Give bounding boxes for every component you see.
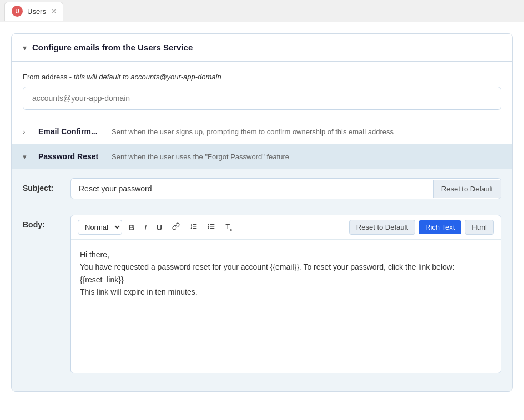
unordered-list-button[interactable] bbox=[204, 220, 219, 234]
subject-input-wrapper: Reset to Default bbox=[70, 178, 501, 199]
tab-close-icon[interactable]: × bbox=[52, 7, 56, 16]
from-address-input[interactable] bbox=[23, 87, 501, 110]
body-label: Body: bbox=[23, 215, 62, 229]
link-button[interactable] bbox=[169, 220, 183, 234]
email-confirmation-chevron-icon: › bbox=[23, 128, 32, 136]
password-reset-expanded: Subject: Reset to Default Body: bbox=[12, 169, 512, 391]
from-address-section: From address - this will default to acco… bbox=[12, 62, 512, 119]
tab-avatar: U bbox=[12, 6, 23, 17]
email-confirmation-desc: Sent when the user signs up, prompting t… bbox=[112, 128, 394, 136]
users-tab[interactable]: U Users × bbox=[4, 2, 63, 21]
app-container: U Users × ▾ Configure emails from the Us… bbox=[0, 0, 524, 420]
section-chevron-icon: ▾ bbox=[23, 43, 27, 52]
tab-bar: U Users × bbox=[0, 0, 524, 22]
body-line-3: {{reset_link}} bbox=[80, 274, 492, 286]
svg-point-6 bbox=[208, 224, 209, 225]
email-list: › Email Confirm... Sent when the user si… bbox=[12, 119, 512, 391]
section-header[interactable]: ▾ Configure emails from the Users Servic… bbox=[12, 34, 512, 62]
body-field-wrapper: Normal B I U bbox=[70, 215, 501, 373]
svg-point-8 bbox=[208, 228, 209, 229]
password-reset-title: Password Reset bbox=[38, 152, 105, 161]
ordered-list-button[interactable] bbox=[187, 220, 201, 234]
section-card: ▾ Configure emails from the Users Servic… bbox=[11, 33, 513, 392]
email-confirmation-title: Email Confirm... bbox=[38, 127, 105, 136]
format-select[interactable]: Normal bbox=[78, 220, 122, 235]
link-icon bbox=[172, 222, 180, 230]
body-line-1: Hi there, bbox=[80, 249, 492, 261]
underline-button[interactable]: U bbox=[153, 221, 165, 234]
from-address-label: From address - this will default to acco… bbox=[23, 73, 501, 81]
html-button[interactable]: Html bbox=[465, 220, 494, 235]
body-field-row: Body: Normal B I U bbox=[23, 206, 501, 380]
subject-field-row: Subject: Reset to Default bbox=[23, 169, 501, 206]
rich-text-button[interactable]: Rich Text bbox=[419, 220, 461, 234]
tab-label: Users bbox=[27, 7, 46, 16]
password-reset-chevron-icon: ▾ bbox=[23, 153, 32, 161]
subject-input[interactable] bbox=[71, 179, 433, 199]
svg-point-7 bbox=[208, 226, 209, 226]
subject-label: Subject: bbox=[23, 178, 62, 193]
unordered-list-icon bbox=[208, 222, 215, 230]
body-line-4: This link will expire in ten minutes. bbox=[80, 286, 492, 298]
ordered-list-icon bbox=[190, 222, 198, 230]
password-reset-desc: Sent when the user uses the "Forgot Pass… bbox=[112, 153, 289, 161]
subject-reset-button[interactable]: Reset to Default bbox=[433, 180, 501, 198]
bold-button[interactable]: B bbox=[125, 221, 138, 234]
email-confirmation-row[interactable]: › Email Confirm... Sent when the user si… bbox=[12, 119, 512, 144]
body-content[interactable]: Hi there, You have requested a password … bbox=[71, 240, 501, 373]
main-content: ▾ Configure emails from the Users Servic… bbox=[0, 22, 524, 420]
body-toolbar: Normal B I U bbox=[71, 215, 501, 240]
italic-button[interactable]: I bbox=[141, 221, 150, 234]
section-title: Configure emails from the Users Service bbox=[32, 43, 193, 52]
body-line-2: You have requested a password reset for … bbox=[80, 261, 492, 273]
clear-format-button[interactable]: Tx bbox=[222, 220, 235, 235]
password-reset-row[interactable]: ▾ Password Reset Sent when the user uses… bbox=[12, 144, 512, 169]
body-reset-button[interactable]: Reset to Default bbox=[349, 220, 415, 235]
